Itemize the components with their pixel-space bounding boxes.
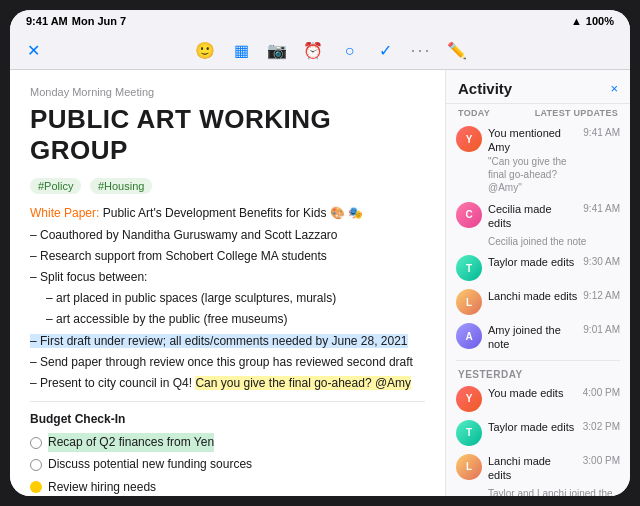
tag-policy[interactable]: #Policy	[30, 178, 81, 194]
you-edits-main: You made edits	[488, 386, 577, 400]
whitepaper-text: Public Art's Development Benefits for Ki…	[103, 206, 363, 220]
today-label: TODAY	[458, 108, 490, 118]
lanchi-edits-2-main: Lanchi made edits	[488, 454, 577, 483]
radio-2[interactable]	[30, 459, 42, 471]
more-dots[interactable]: ···	[410, 40, 431, 61]
council-line: – Present to city council in Q4! Can you…	[30, 374, 425, 393]
activity-text-lanchi: Lanchi made edits	[488, 289, 577, 303]
taylor-edits-2-time: 3:02 PM	[583, 420, 620, 432]
note-title: PUBLIC ART WORKING GROUP	[30, 104, 425, 166]
mention-sub: "Can you give the final go-ahead? @Amy"	[488, 155, 577, 194]
tag-row: #Policy #Housing	[30, 176, 425, 194]
activity-panel: Activity × TODAY LATEST UPDATES Y You me…	[445, 70, 630, 496]
taylor-edits-time: 9:30 AM	[583, 255, 620, 267]
avatar-taylor-2: T	[456, 420, 482, 446]
divider1	[30, 401, 425, 402]
public-spaces-line: – art placed in public spaces (large scu…	[30, 289, 425, 308]
status-bar: 9:41 AM Mon Jun 7 ▲ 100%	[10, 10, 630, 32]
activity-text-you: You mentioned Amy "Can you give the fina…	[488, 126, 577, 194]
budget-item-1: Recap of Q2 finances from Yen	[30, 433, 425, 452]
research-line: – Research support from Schobert College…	[30, 247, 425, 266]
draft-line: – First draft under review; all edits/co…	[30, 332, 425, 351]
status-right: ▲ 100%	[571, 15, 614, 27]
activity-item-cecilia-edits: C Cecilia made edits 9:41 AM	[446, 198, 630, 235]
toolbar: ✕ 🙂 ▦ 📷 ⏰ ○ ✓ ··· ✏️	[10, 32, 630, 70]
you-edits-time: 4:00 PM	[583, 386, 620, 398]
tag-housing[interactable]: #Housing	[90, 178, 152, 194]
note-body: White Paper: Public Art's Development Be…	[30, 204, 425, 496]
reminder-icon[interactable]: ⏰	[302, 40, 324, 62]
battery: 100%	[586, 15, 614, 27]
activity-text-amy: Amy joined the note	[488, 323, 577, 352]
activity-item-amy-join: A Amy joined the note 9:01 AM	[446, 319, 630, 356]
budget-text-2: Discuss potential new funding sources	[48, 455, 252, 474]
note-date: Monday Morning Meeting	[30, 86, 425, 98]
accessible-line: – art accessible by the public (free mus…	[30, 310, 425, 329]
wifi-icon: ▲	[571, 15, 582, 27]
budget-text-1: Recap of Q2 finances from Yen	[48, 433, 214, 452]
avatar-lanchi-2: L	[456, 454, 482, 480]
amy-join-time: 9:01 AM	[583, 323, 620, 335]
avatar-you: Y	[456, 126, 482, 152]
whitepaper-line: White Paper: Public Art's Development Be…	[30, 204, 425, 223]
activity-text-taylor-2: Taylor made edits	[488, 420, 577, 434]
main-area: Monday Morning Meeting PUBLIC ART WORKIN…	[10, 70, 630, 496]
amy-highlight: Can you give the final go-ahead? @Amy	[195, 376, 411, 390]
activity-header: Activity ×	[446, 70, 630, 104]
mention-time: 9:41 AM	[583, 126, 620, 138]
cecilia-note: Cecilia joined the note	[446, 234, 630, 251]
avatar-cecilia: C	[456, 202, 482, 228]
emoji-icon[interactable]: 🙂	[194, 40, 216, 62]
yesterday-label: YESTERDAY	[446, 365, 630, 382]
activity-item-lanchi-edits: L Lanchi made edits 9:12 AM	[446, 285, 630, 319]
latest-label: LATEST UPDATES	[535, 108, 618, 118]
avatar-taylor: T	[456, 255, 482, 281]
activity-text-you-edits: You made edits	[488, 386, 577, 400]
author-line: – Coauthored by Nanditha Guruswamy and S…	[30, 226, 425, 245]
activity-item-taylor-edits-2: T Taylor made edits 3:02 PM	[446, 416, 630, 450]
date: Mon Jun 7	[72, 15, 126, 27]
checklist-icon[interactable]: ✓	[374, 40, 396, 62]
table-icon[interactable]: ▦	[230, 40, 252, 62]
avatar-amy: A	[456, 323, 482, 349]
camera-icon[interactable]: 📷	[266, 40, 288, 62]
activity-text-lanchi-2: Lanchi made edits	[488, 454, 577, 483]
budget-title: Budget Check-In	[30, 410, 425, 429]
activity-text-taylor: Taylor made edits	[488, 255, 577, 269]
radio-1[interactable]	[30, 437, 42, 449]
back-icon[interactable]: ✕	[22, 40, 44, 62]
draft-highlight: – First draft under review; all edits/co…	[30, 334, 408, 348]
activity-item-lanchi-edits-2: L Lanchi made edits 3:00 PM	[446, 450, 630, 487]
close-button[interactable]: ×	[610, 81, 618, 96]
avatar-lanchi: L	[456, 289, 482, 315]
toolbar-left: ✕	[22, 40, 44, 62]
status-left: 9:41 AM Mon Jun 7	[26, 15, 126, 27]
activity-title: Activity	[458, 80, 512, 97]
amy-join-main: Amy joined the note	[488, 323, 577, 352]
activity-item-taylor-edits: T Taylor made edits 9:30 AM	[446, 251, 630, 285]
mention-main: You mentioned Amy	[488, 126, 577, 155]
budget-item-3: Review hiring needs	[30, 478, 425, 496]
toolbar-center: 🙂 ▦ 📷 ⏰ ○ ✓ ··· ✏️	[194, 40, 467, 62]
activity-cols: TODAY LATEST UPDATES	[446, 104, 630, 122]
lanchi-edits-main: Lanchi made edits	[488, 289, 577, 303]
whitepaper-label: White Paper:	[30, 206, 99, 220]
cecilia-edits-main: Cecilia made edits	[488, 202, 577, 231]
taylor-edits-2-main: Taylor made edits	[488, 420, 577, 434]
budget-item-2: Discuss potential new funding sources	[30, 455, 425, 474]
taylor-edits-main: Taylor made edits	[488, 255, 577, 269]
split-line: – Split focus between:	[30, 268, 425, 287]
link-icon[interactable]: ○	[338, 40, 360, 62]
activity-item-you-edits: Y You made edits 4:00 PM	[446, 382, 630, 416]
lanchi-edits-time: 9:12 AM	[583, 289, 620, 301]
note-area[interactable]: Monday Morning Meeting PUBLIC ART WORKIN…	[10, 70, 445, 496]
radio-3[interactable]	[30, 481, 42, 493]
cecilia-edits-time: 9:41 AM	[583, 202, 620, 214]
taylor-lanchi-note: Taylor and Lanchi joined the note 3:00 P…	[446, 486, 630, 496]
activity-item-you-mention: Y You mentioned Amy "Can you give the fi…	[446, 122, 630, 198]
activity-list: Y You mentioned Amy "Can you give the fi…	[446, 122, 630, 496]
lanchi-edits-2-time: 3:00 PM	[583, 454, 620, 466]
send-line: – Send paper through review once this gr…	[30, 353, 425, 372]
activity-text-cecilia: Cecilia made edits	[488, 202, 577, 231]
compose-icon[interactable]: ✏️	[446, 40, 468, 62]
